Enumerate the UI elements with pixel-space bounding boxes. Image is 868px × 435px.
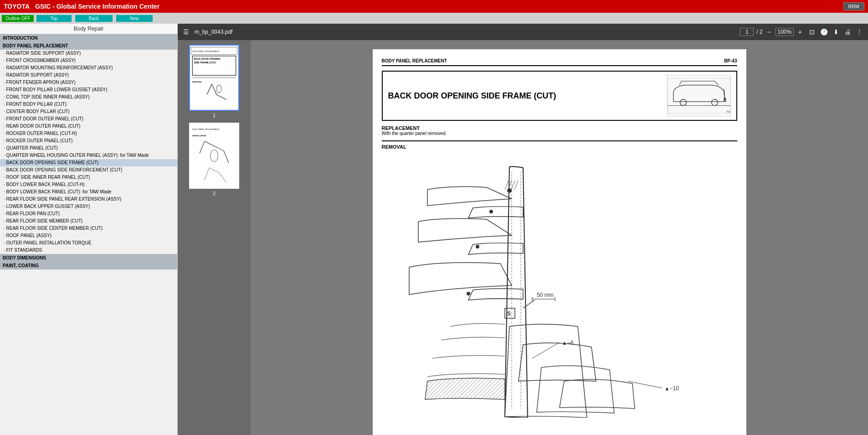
sidebar-list-item[interactable]: · BODY LOWER BACK PANEL (CUT): for TAW M… <box>0 188 177 196</box>
sidebar-list-item[interactable]: · REAR DOOR OUTER PANEL (CUT) <box>0 123 177 130</box>
hamburger-menu-button[interactable]: ☰ <box>181 26 191 37</box>
sidebar-section: BODY DIMENSIONS <box>0 254 177 262</box>
thumbnail-1-label: 1 <box>213 113 216 118</box>
brm-button[interactable]: BRM <box>843 2 864 10</box>
doc-removal-heading: REMOVAL <box>382 144 737 150</box>
pdf-document-page: BODY PANEL REPLACEMENT BP-43 BACK DOOR O… <box>373 49 746 435</box>
pdf-zoom-input[interactable] <box>776 28 794 36</box>
pdf-filename: m_bp_0043.pdf <box>195 29 736 35</box>
sidebar-list-item[interactable]: · CENTER BODY PILLAR (CUT) <box>0 108 177 115</box>
svg-rect-22 <box>668 78 730 114</box>
pdf-content-area: BODY PANEL REPLACEMENT BACK DOOR OPENING… <box>178 40 868 435</box>
sidebar-list-item[interactable]: · REAR FLOOR SIDE PANEL REAR EXTENSION (… <box>0 196 177 203</box>
svg-text:▲−6: ▲−6 <box>562 340 574 346</box>
sidebar-section: PAINT, COATING <box>0 262 177 269</box>
pdf-page-separator: / 2 <box>756 29 762 35</box>
pdf-document-view[interactable]: BODY PANEL REPLACEMENT BP-43 BACK DOOR O… <box>251 40 868 435</box>
nav-new-button[interactable]: New <box>116 15 153 22</box>
svg-point-31 <box>476 245 479 249</box>
svg-text:BODY PANEL REPLACEMENT: BODY PANEL REPLACEMENT <box>192 50 220 52</box>
sidebar-list-item[interactable]: · FRONT DOOR OUTER PANEL (CUT) <box>0 115 177 123</box>
main-content: Body Repair INTRODUCTIONBODY PANEL REPLA… <box>0 24 868 435</box>
sidebar-list-item[interactable]: · REAR FLOOR PAN (CUT) <box>0 210 177 218</box>
doc-main-title: BACK DOOR OPENING SIDE FRAME (CUT) <box>382 71 737 121</box>
svg-rect-26 <box>724 98 726 102</box>
doc-page-ref: BP-43 <box>724 58 737 63</box>
sidebar-section: INTRODUCTION <box>0 34 177 42</box>
pdf-page-controls: / 2 − + <box>740 26 804 37</box>
sidebar-list-item[interactable]: · REAR FLOOR SIDE MEMBER (CUT) <box>0 218 177 225</box>
svg-text:S: S <box>507 311 511 317</box>
sidebar-list-item[interactable]: · ROOF PANEL (ASSY) <box>0 232 177 239</box>
sidebar-list-item[interactable]: · BACK DOOR OPENING SIDE FRAME (CUT) <box>0 159 177 166</box>
sidebar-list-item[interactable]: · FRONT FENDER APRON (ASSY) <box>0 79 177 86</box>
svg-text:SIDE FRAME (CUT): SIDE FRAME (CUT) <box>194 61 216 64</box>
svg-point-32 <box>467 292 470 295</box>
sidebar-section: BODY PANEL REPLACEMENT <box>0 42 177 50</box>
sidebar-list-item[interactable]: · COWL TOP SIDE INNER PANEL (ASSY) <box>0 93 177 101</box>
sidebar-list-item[interactable]: · RADIATOR MOUNTING REINFORCEMENT (ASSY) <box>0 64 177 72</box>
sidebar-list-item[interactable]: · QUARTER PANEL (CUT) <box>0 145 177 152</box>
sidebar-list-item[interactable]: · QUARTER WHEEL HOUSING OUTER PANEL (ASS… <box>0 152 177 159</box>
doc-replacement-text: With the quarter panel removed. <box>382 131 737 136</box>
sidebar-list-item[interactable]: · FRONT CROSSMEMBER (ASSY) <box>0 57 177 64</box>
nav-top-button[interactable]: Top <box>36 15 71 22</box>
pdf-page-input[interactable] <box>740 28 754 36</box>
thumbnail-2-label: 2 <box>213 191 216 196</box>
sidebar-list-item[interactable]: · ROCKER OUTER PANEL (CUT-H) <box>0 130 177 137</box>
print-button[interactable]: 🖨 <box>842 26 853 37</box>
sidebar-list-item[interactable]: · REAR FLOOR SIDE CENTER MEMBER (CUT) <box>0 225 177 232</box>
doc-replacement-heading: REPLACEMENT <box>382 125 737 131</box>
sidebar-list-item[interactable]: · OUTER PANEL INSTALLATION TORQUE <box>0 239 177 247</box>
more-options-button[interactable]: ⋮ <box>854 26 864 37</box>
thumbnail-2[interactable]: BODY PANEL REPLACEMENT INSTALLATION 2 <box>189 123 239 196</box>
download-button[interactable]: ⬇ <box>832 26 841 37</box>
svg-text:F21916C: F21916C <box>726 110 731 113</box>
sidebar-list-item[interactable]: · BODY LOWER BACK PANEL (CUT-H) <box>0 181 177 188</box>
car-diagram-svg: F21916C <box>667 75 731 116</box>
svg-point-30 <box>489 210 493 213</box>
sidebar-list-item[interactable]: · FRONT BODY PILLAR LOWER GUSSET (ASSY) <box>0 86 177 93</box>
doc-replacement-section: REPLACEMENT With the quarter panel remov… <box>382 125 737 136</box>
svg-text:50 mm: 50 mm <box>537 292 554 298</box>
sidebar-title: Body Repair <box>0 24 177 34</box>
zoom-in-button[interactable]: + <box>796 26 804 37</box>
sidebar-list-item[interactable]: · LOWER BACK UPPER GUSSET (ASSY) <box>0 203 177 210</box>
sidebar-list-item[interactable]: · RADIATOR SIDE SUPPORT (ASSY) <box>0 50 177 57</box>
removal-diagram-svg: 50 mm ▲−6 <box>382 153 724 418</box>
toyota-logo: TOYOTA <box>4 3 30 10</box>
doc-section-title: BODY PANEL REPLACEMENT <box>382 58 447 63</box>
svg-rect-29 <box>382 153 724 418</box>
sidebar-list-item[interactable]: · FRONT BODY PILLAR (CUT) <box>0 101 177 108</box>
pdf-right-controls: ⊡ 🕐 ⬇ 🖨 ⋮ <box>807 26 864 37</box>
svg-text:REMOVAL: REMOVAL <box>192 81 202 83</box>
sidebar-list-item[interactable]: · RADIATOR SUPPORT (ASSY) <box>0 72 177 79</box>
sidebar: Body Repair INTRODUCTIONBODY PANEL REPLA… <box>0 24 178 435</box>
app-title: GSIC - Global Service Information Center <box>35 3 843 10</box>
doc-removal-section: REMOVAL <box>382 140 737 419</box>
outline-toggle-button[interactable]: Outline OFF <box>2 15 34 22</box>
svg-point-33 <box>507 188 512 193</box>
sidebar-list-item[interactable]: · ROOF SIDE INNER REAR PANEL (CUT) <box>0 174 177 181</box>
history-button[interactable]: 🕐 <box>818 26 830 37</box>
svg-text:▲−10: ▲−10 <box>664 385 679 392</box>
sidebar-list-item[interactable]: · ROCKER OUTER PNAEL (CUT) <box>0 137 177 145</box>
svg-text:INSTALLATION: INSTALLATION <box>192 135 206 137</box>
pdf-toolbar: ☰ m_bp_0043.pdf / 2 − + ⊡ 🕐 ⬇ 🖨 ⋮ <box>178 24 868 40</box>
zoom-out-button[interactable]: − <box>765 26 773 37</box>
doc-header: BODY PANEL REPLACEMENT BP-43 <box>382 58 737 66</box>
thumbnail-1[interactable]: BODY PANEL REPLACEMENT BACK DOOR OPENING… <box>189 45 239 118</box>
svg-text:BODY PANEL REPLACEMENT: BODY PANEL REPLACEMENT <box>192 128 220 130</box>
pdf-thumbnails-panel: BODY PANEL REPLACEMENT BACK DOOR OPENING… <box>178 40 251 435</box>
thumbnail-frame-2[interactable]: BODY PANEL REPLACEMENT INSTALLATION <box>189 123 239 189</box>
nav-back-button[interactable]: Back <box>75 15 113 22</box>
svg-rect-12 <box>190 124 238 187</box>
thumbnail-frame-1[interactable]: BODY PANEL REPLACEMENT BACK DOOR OPENING… <box>189 45 239 111</box>
main-toolbar: Outline OFF Top Back New <box>0 13 868 24</box>
sidebar-list: INTRODUCTIONBODY PANEL REPLACEMENT· RADI… <box>0 34 177 435</box>
fit-page-button[interactable]: ⊡ <box>807 26 817 37</box>
sidebar-list-item[interactable]: · FIT STANDARDS <box>0 247 177 254</box>
sidebar-list-item[interactable]: · BACK DOOR OPENING SIDE REINFORCEMENT (… <box>0 166 177 174</box>
svg-text:BACK DOOR OPENING: BACK DOOR OPENING <box>194 57 221 60</box>
doc-title-text: BACK DOOR OPENING SIDE FRAME (CUT) <box>388 91 556 101</box>
